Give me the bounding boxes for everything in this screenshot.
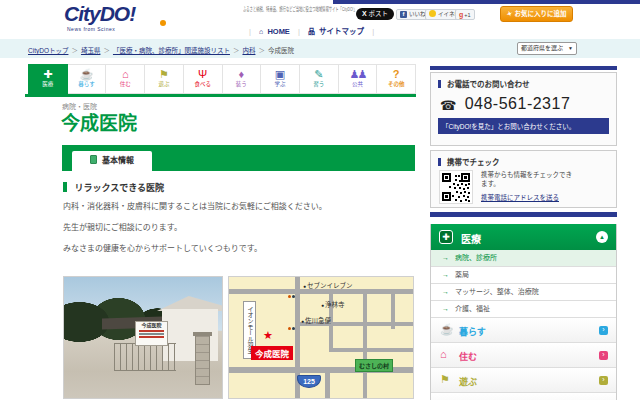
description-paragraph: 内科・消化器科・皮膚科に関することは当院にお気軽にご相談ください。 xyxy=(63,200,327,211)
people-icon: ♟♟ xyxy=(339,68,377,81)
breadcrumb-link-prefecture[interactable]: 埼玉県 xyxy=(81,47,101,54)
phone-box-header-text: お電話でのお問い合わせ xyxy=(447,80,530,89)
expand-square-icon[interactable]: › xyxy=(599,376,608,385)
sidebar-item-massage[interactable]: → マッサージ、整体、治療院 xyxy=(431,284,616,301)
arrow-right-icon: → xyxy=(442,284,449,300)
tab-eat[interactable]: Ψ 食べる xyxy=(184,64,223,94)
section-heading-text: リラックスできる医院 xyxy=(75,183,165,193)
send-address-link[interactable]: 携帯電話にアドレスを送る xyxy=(481,192,559,202)
tab-label: 遊ぶ xyxy=(145,81,183,88)
sign-line xyxy=(139,336,164,338)
tab-lessons[interactable]: ✎ 習う xyxy=(300,64,339,94)
google-plus-one-button[interactable]: g+1 xyxy=(455,9,475,20)
tab-basic-info-label: 基本情報 xyxy=(102,156,134,165)
tab-living[interactable]: ☕ 暮らす xyxy=(68,64,107,94)
x-post-label: ポスト xyxy=(369,10,389,17)
description-paragraph: みなさまの健康を心からサポートしていくつもりです。 xyxy=(63,242,262,253)
golf-flag-icon: ⚑ xyxy=(145,68,183,81)
collapse-circle-icon[interactable]: ▲ xyxy=(596,231,608,243)
main-nav: | ⌂ HOME | 品 サイトマップ | xyxy=(243,25,380,36)
tab-housing[interactable]: ⌂ 住む xyxy=(106,64,145,94)
breadcrumb-link-naika[interactable]: 内科 xyxy=(242,47,255,54)
google-icon: g xyxy=(459,11,463,18)
sidebar-item-pharmacy[interactable]: → 薬局 xyxy=(431,267,616,284)
map-road xyxy=(325,373,330,399)
sidebar-category-living[interactable]: ☕ 暮らす › xyxy=(431,318,616,343)
clothes-icon: ♦ xyxy=(223,68,261,81)
info-tab-bar: 基本情報 xyxy=(62,145,415,171)
sitemap-icon: 品 xyxy=(308,28,315,35)
house-icon: ⌂ xyxy=(440,348,447,360)
sidebar-category-play[interactable]: ⚑ 遊ぶ › xyxy=(431,368,616,393)
tab-label: 医療 xyxy=(29,81,67,88)
x-post-button[interactable]: Xポスト xyxy=(356,8,394,20)
sidebar-menu-medical[interactable]: ✚ 医療 ▲ xyxy=(431,224,616,250)
tab-public[interactable]: ♟♟ 公共 xyxy=(339,64,378,94)
tab-play[interactable]: ⚑ 遊ぶ xyxy=(145,64,184,94)
map-clinic-label: 今成医院 xyxy=(251,346,293,360)
mobile-box-header: 携帯でチェック xyxy=(438,156,616,167)
photo-gate-cap xyxy=(193,332,212,336)
photo-clinic-sign: 今成医院 xyxy=(135,321,168,346)
sidebar-menu-medical-label: 医療 xyxy=(461,231,481,246)
tab-other[interactable]: ? その他 xyxy=(377,64,416,94)
nav-separator: | xyxy=(372,27,374,36)
prefecture-select[interactable]: 都道府県を選ぶ ▼ xyxy=(517,42,577,55)
prefecture-select-label: 都道府県を選ぶ xyxy=(521,45,563,51)
home-icon: ⌂ xyxy=(259,28,263,35)
map-dot: ● xyxy=(301,318,304,324)
traffic-signal-icon xyxy=(288,295,291,298)
tab-label: 暮らす xyxy=(68,81,106,88)
mobile-box-header-text: 携帯でチェック xyxy=(447,158,500,167)
logo-accent-dot xyxy=(160,20,166,26)
map-road xyxy=(363,289,367,399)
sidebar-navy-divider xyxy=(430,212,617,217)
iine-icon xyxy=(429,10,436,17)
sidebar-category-menu: ✚ 医療 ▲ → 病院、診療所 → 薬局 → マッサージ、整体、治療院 → 介護… xyxy=(430,224,617,400)
tab-label: 学ぶ xyxy=(261,81,299,88)
sidebar-item-hospitals[interactable]: → 病院、診療所 xyxy=(431,250,616,267)
chevron-down-icon: ▼ xyxy=(568,43,573,54)
site-description: ふるさと納税、特産品、旅行などご当地に役立つ地域情報サイト「CityDO!」 xyxy=(243,4,357,13)
page-title: 今成医院 xyxy=(61,108,137,135)
tab-learn[interactable]: ▣ 学ぶ xyxy=(261,64,300,94)
nav-separator: | xyxy=(249,27,251,36)
nav-home-link[interactable]: ⌂ HOME xyxy=(259,27,292,36)
nav-sitemap-label: サイトマップ xyxy=(319,27,364,36)
sidebar-category-housing[interactable]: ⌂ 住む › xyxy=(431,343,616,368)
category-tabbar: ✚ 医療 ☕ 暮らす ⌂ 住む ⚑ 遊ぶ Ψ 食べる ♦ 装う ▣ 学ぶ ✎ 習 xyxy=(28,64,416,94)
sign-line xyxy=(139,330,164,332)
nav-sitemap-link[interactable]: 品 サイトマップ xyxy=(308,27,366,36)
add-favorite-button[interactable]: ✦お気に入りに追加 xyxy=(500,6,573,22)
nav-separator: | xyxy=(298,27,300,36)
question-icon: ? xyxy=(377,68,415,81)
breadcrumb-separator: ＞ xyxy=(258,47,265,54)
map-road xyxy=(329,348,414,352)
phone-inquiry-box: お電話でのお問い合わせ ☎ 048-561-2317 「CityDO!を見た」と… xyxy=(430,72,617,146)
traffic-signal-icon xyxy=(288,327,291,330)
fork-icon: Ψ xyxy=(184,68,222,81)
tab-medical[interactable]: ✚ 医療 xyxy=(28,64,68,94)
map-label-seven-eleven: ●セブンイレブン xyxy=(303,280,353,290)
tabbar-underline xyxy=(25,94,416,97)
breadcrumb-strip: CityDOトップ＞埼玉県＞「医療・病院、診療所」関連施設リスト＞内科＞今成医院… xyxy=(0,38,640,58)
expand-square-icon[interactable]: › xyxy=(599,351,608,360)
breadcrumb: CityDOトップ＞埼玉県＞「医療・病院、診療所」関連施設リスト＞内科＞今成医院 xyxy=(28,45,294,55)
tab-basic-info[interactable]: 基本情報 xyxy=(72,151,152,171)
sidebar-item-care[interactable]: → 介護、福祉 xyxy=(431,301,616,318)
breadcrumb-separator: ＞ xyxy=(71,47,78,54)
tab-label: 食べる xyxy=(184,81,222,88)
site-logo[interactable]: CityDO! News from Scinex xyxy=(64,2,194,36)
breadcrumb-link-top[interactable]: CityDOトップ xyxy=(28,47,68,54)
expand-square-icon[interactable]: › xyxy=(599,326,608,335)
teacup-icon: ☕ xyxy=(68,68,106,81)
sidebar-category-eat[interactable]: Ψ 食べる › xyxy=(431,393,616,400)
map-dot: ● xyxy=(303,283,306,289)
phone-note-banner: 「CityDO!を見た」とお問い合わせください。 xyxy=(438,118,609,134)
traffic-signal-icon xyxy=(292,327,295,330)
breadcrumb-link-list[interactable]: 「医療・病院、診療所」関連施設リスト xyxy=(113,47,230,54)
tab-fashion[interactable]: ♦ 装う xyxy=(223,64,262,94)
arrow-right-icon: → xyxy=(442,267,449,283)
mobile-check-box: 携帯でチェック 携帯からも情報をチェックでき ます。 携帯電話にアドレスを送る xyxy=(430,150,617,208)
logo-wordmark: CityDO! xyxy=(64,2,194,26)
